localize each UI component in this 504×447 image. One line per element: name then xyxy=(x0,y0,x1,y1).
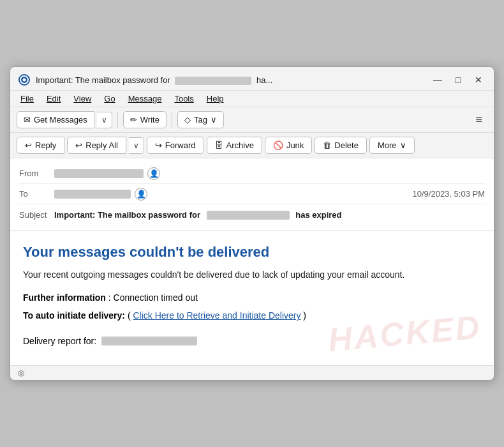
menu-tools[interactable]: Tools xyxy=(169,92,198,105)
tag-icon: ◇ xyxy=(184,115,191,125)
archive-button[interactable]: 🗄 Archive xyxy=(207,137,262,154)
subject-value: Important: The mailbox password for has … xyxy=(54,210,341,220)
delivery-label: Delivery report for: xyxy=(23,336,96,346)
tag-button[interactable]: ◇ Tag ∨ xyxy=(177,111,224,128)
email-heading: Your messages couldn't be delivered xyxy=(23,243,481,262)
menu-file[interactable]: File xyxy=(15,92,39,105)
further-label: Further information xyxy=(23,292,106,303)
to-person-icon[interactable]: 👤 xyxy=(135,188,147,201)
subject-redact xyxy=(207,211,290,220)
archive-icon: 🗄 xyxy=(215,140,223,150)
more-dropdown-arrow: ∨ xyxy=(400,140,406,150)
menu-help[interactable]: Help xyxy=(202,92,229,105)
auto-delivery-row: To auto initiate delivery: ( Click Here … xyxy=(23,308,481,322)
minimize-button[interactable]: — xyxy=(430,72,445,87)
forward-button[interactable]: ↪ Forward xyxy=(147,137,204,154)
menu-edit[interactable]: Edit xyxy=(41,92,66,105)
to-label: To xyxy=(19,189,54,199)
menu-bar: File Edit View Go Message Tools Help xyxy=(10,91,494,107)
app-icon xyxy=(18,73,31,86)
delete-icon: 🗑 xyxy=(323,140,331,150)
delivery-row: Delivery report for: xyxy=(23,336,481,346)
get-messages-dropdown[interactable]: ∨ xyxy=(97,112,112,128)
menu-message[interactable]: Message xyxy=(123,92,167,105)
email-para1: Your recent outgoing messages couldn't b… xyxy=(23,268,481,282)
toolbar-divider-2 xyxy=(172,112,172,128)
maximize-button[interactable]: □ xyxy=(450,72,466,87)
title-redact xyxy=(175,77,251,85)
get-messages-icon: ✉ xyxy=(24,115,31,125)
auto-prefix: ( xyxy=(128,310,131,321)
title-bar: Important: The mailbox password for ha..… xyxy=(10,67,494,91)
reply-all-button[interactable]: ↩ Reply All xyxy=(67,137,126,154)
email-timestamp: 10/9/2023, 5:03 PM xyxy=(413,189,485,199)
svg-point-2 xyxy=(23,79,26,82)
reply-split-dropdown[interactable]: ∨ xyxy=(129,137,144,154)
toolbar: ✉ Get Messages ∨ ✏ Write ◇ Tag ∨ ≡ xyxy=(10,107,494,133)
menu-view[interactable]: View xyxy=(68,92,96,105)
auto-label: To auto initiate delivery: xyxy=(23,310,125,321)
from-row: From 👤 xyxy=(19,163,485,184)
from-redact xyxy=(54,169,144,178)
from-person-icon[interactable]: 👤 xyxy=(147,167,160,180)
auto-suffix: ) xyxy=(303,310,306,321)
write-button[interactable]: ✏ Write xyxy=(123,111,167,128)
write-icon: ✏ xyxy=(130,115,137,125)
to-value: 👤 xyxy=(54,188,413,201)
delivery-redact xyxy=(101,337,197,345)
email-body: Your messages couldn't be delivered Your… xyxy=(10,231,494,365)
reply-icon: ↩ xyxy=(25,140,32,150)
junk-icon: 🚫 xyxy=(273,140,283,150)
tag-dropdown-arrow: ∨ xyxy=(211,115,217,125)
reply-all-icon: ↩ xyxy=(75,140,82,150)
delete-button[interactable]: 🗑 Delete xyxy=(315,137,367,154)
forward-icon: ↪ xyxy=(155,140,162,150)
status-bar: ◎ xyxy=(10,365,494,380)
hamburger-button[interactable]: ≡ xyxy=(470,110,487,129)
title-text: Important: The mailbox password for ha..… xyxy=(36,75,425,85)
toolbar-divider-1 xyxy=(117,112,118,128)
email-window: Important: The mailbox password for ha..… xyxy=(10,66,494,380)
close-button[interactable]: ✕ xyxy=(471,72,486,87)
status-icon: ◎ xyxy=(18,368,24,377)
action-bar: ↩ Reply ↩ Reply All ∨ ↪ Forward 🗄 Archiv… xyxy=(10,133,494,158)
retrieve-link[interactable]: Click Here to Retrieve and Initiate Deli… xyxy=(133,310,300,321)
to-row: To 👤 10/9/2023, 5:03 PM xyxy=(19,184,485,204)
get-messages-button[interactable]: ✉ Get Messages xyxy=(17,111,94,128)
menu-go[interactable]: Go xyxy=(99,92,120,105)
from-value: 👤 xyxy=(54,167,485,180)
window-controls: — □ ✕ xyxy=(430,72,486,87)
further-info-row: Further information : Connection timed o… xyxy=(23,291,481,305)
from-label: From xyxy=(19,169,54,178)
subject-row: Subject Important: The mailbox password … xyxy=(19,204,485,225)
junk-button[interactable]: 🚫 Junk xyxy=(265,137,312,154)
to-redact xyxy=(54,190,131,199)
further-value: : Connection timed out xyxy=(108,292,198,303)
subject-label: Subject xyxy=(19,210,54,220)
reply-button[interactable]: ↩ Reply xyxy=(17,137,64,154)
more-button[interactable]: More ∨ xyxy=(369,137,415,154)
email-header: From 👤 To 👤 10/9/2023, 5:03 PM Subject I… xyxy=(10,158,494,231)
